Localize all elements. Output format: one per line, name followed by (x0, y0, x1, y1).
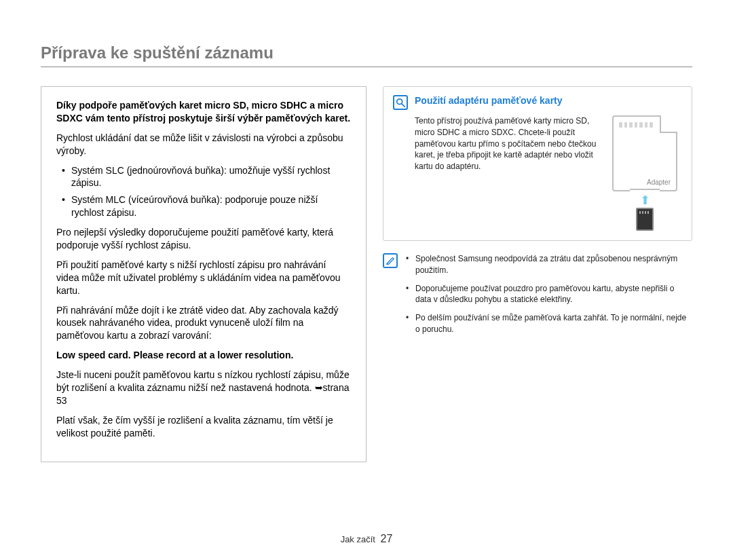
left-p4: Při nahrávání může dojít i ke ztrátě vid… (56, 304, 351, 343)
page-footer: Jak začít 27 (0, 533, 733, 545)
adapter-title: Použití adaptéru paměťové karty (415, 95, 563, 106)
note-2: Po delším používání se může paměťová kar… (405, 312, 692, 335)
left-bullets: Systém SLC (jednoúrovňová buňka): umožňu… (56, 164, 351, 220)
note-icon (383, 253, 398, 268)
adapter-label: Adapter (647, 179, 671, 186)
footer-page-number: 27 (381, 533, 393, 544)
left-p3: Při použití paměťové karty s nižší rychl… (56, 259, 351, 297)
adapter-figure: Adapter ⬆ (607, 115, 682, 231)
arrow-up-icon: ⬆ (640, 194, 650, 206)
left-bullet-1: Systém MLC (víceúrovňová buňka): podporu… (56, 193, 351, 219)
note-0: Společnost Samsung neodpovídá za ztrátu … (405, 253, 692, 276)
intro-bold: Díky podpoře paměťových karet micro SD, … (56, 99, 351, 125)
left-p2: Pro nejlepší výsledky doporučujeme použi… (56, 226, 351, 252)
magnifier-icon (393, 95, 408, 110)
adapter-text: Tento přístroj používá paměťové karty mi… (393, 115, 598, 231)
left-bullet-0: Systém SLC (jednoúrovňová buňka): umožňu… (56, 164, 351, 190)
note-1: Doporučujeme používat pouzdro pro paměťo… (405, 283, 692, 306)
footer-section: Jak začít (341, 534, 375, 544)
right-panel: Použití adaptéru paměťové karty Tento př… (383, 86, 692, 462)
left-p1: Rychlost ukládání dat se může lišit v zá… (56, 132, 351, 157)
microsd-illustration (636, 208, 654, 231)
left-p6: Platí však, že čím vyšší je rozlišení a … (56, 414, 351, 440)
notes-list: Společnost Samsung neodpovídá za ztrátu … (405, 253, 692, 342)
sd-adapter-illustration: Adapter (612, 115, 677, 191)
left-panel: Díky podpoře paměťových karet micro SD, … (41, 86, 366, 462)
adapter-box: Použití adaptéru paměťové karty Tento př… (383, 86, 692, 241)
warning-text: Low speed card. Please record at a lower… (56, 349, 351, 362)
left-p5: Jste-li nuceni použít paměťovou kartu s … (56, 369, 351, 407)
page-title: Příprava ke spuštění záznamu (41, 43, 692, 67)
svg-line-1 (402, 104, 405, 107)
